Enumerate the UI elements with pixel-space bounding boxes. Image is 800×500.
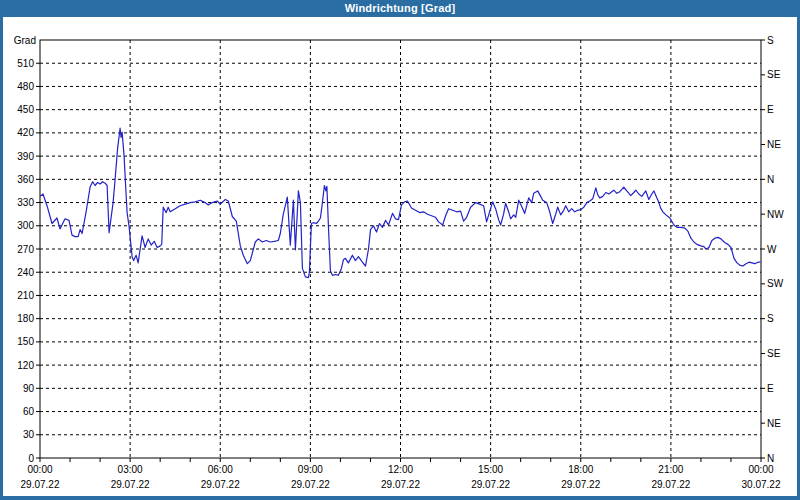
y-left-tick-label: 330 [17,197,34,208]
x-tick-date-label: 29.07.22 [291,479,330,490]
window-title: Windrichtung [Grad] [345,2,456,14]
y-left-tick-label: 180 [17,313,34,324]
wind-direction-chart: 0306090120150180210240270300330360390420… [0,17,800,500]
x-tick-time-label: 06:00 [208,464,233,475]
compass-tick-label: SW [767,278,784,289]
compass-tick-label: E [767,383,774,394]
y-left-tick-label: 240 [17,267,34,278]
y-left-tick-label: 120 [17,360,34,371]
x-tick-date-label: 29.07.22 [111,479,150,490]
x-tick-time-label: 00:00 [748,464,773,475]
application-window: Windrichtung [Grad] 03060901201501802102… [0,0,800,500]
y-left-tick-label: 420 [17,127,34,138]
y-left-tick-label: 270 [17,244,34,255]
x-tick-time-label: 09:00 [298,464,323,475]
y-left-tick-label: 390 [17,151,34,162]
y-left-tick-label: 0 [28,453,34,464]
compass-tick-label: S [767,313,774,324]
y-left-tick-label: 360 [17,174,34,185]
x-tick-date-label: 29.07.22 [651,479,690,490]
y-left-tick-label: 210 [17,290,34,301]
x-tick-date-label: 29.07.22 [21,479,60,490]
x-tick-date-label: 29.07.22 [201,479,240,490]
x-tick-time-label: 12:00 [388,464,413,475]
compass-tick-label: S [767,35,774,46]
x-tick-date-label: 29.07.22 [561,479,600,490]
y-left-tick-label: 450 [17,104,34,115]
compass-tick-label: SE [767,69,781,80]
compass-tick-label: SE [767,348,781,359]
compass-tick-label: NW [767,209,784,220]
x-tick-time-label: 21:00 [658,464,683,475]
y-left-tick-label: 510 [17,58,34,69]
compass-tick-label: NE [767,418,781,429]
compass-tick-label: NE [767,139,781,150]
x-tick-time-label: 18:00 [568,464,593,475]
x-tick-time-label: 15:00 [478,464,503,475]
y-left-tick-label: 60 [23,406,35,417]
window-title-bar: Windrichtung [Grad] [0,0,800,17]
x-tick-time-label: 03:00 [118,464,143,475]
y-left-tick-label: 150 [17,336,34,347]
compass-tick-label: N [767,174,774,185]
compass-tick-label: N [767,453,774,464]
y-left-tick-label: 30 [23,429,35,440]
y-left-axis-caption: Grad [14,35,36,46]
compass-tick-label: W [767,244,777,255]
compass-tick-label: E [767,104,774,115]
x-tick-date-label: 29.07.22 [381,479,420,490]
y-left-tick-label: 300 [17,220,34,231]
x-tick-date-label: 30.07.22 [742,479,781,490]
y-left-tick-label: 90 [23,383,35,394]
x-tick-time-label: 00:00 [27,464,52,475]
x-tick-date-label: 29.07.22 [471,479,510,490]
y-left-tick-label: 480 [17,81,34,92]
